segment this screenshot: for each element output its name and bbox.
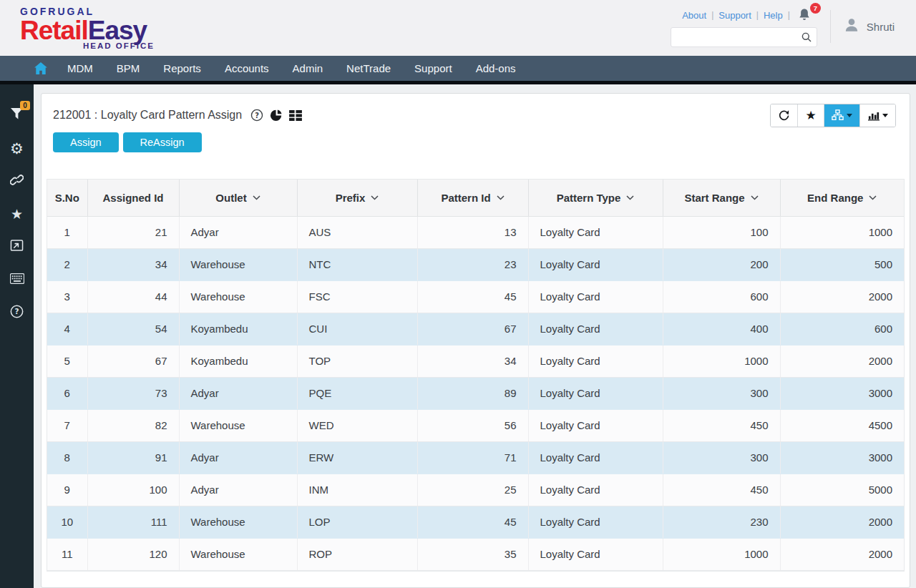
caret-down-icon bbox=[882, 114, 888, 117]
table-row[interactable]: 121AdyarAUS13Loyalty Card1001000 bbox=[47, 216, 904, 248]
sidebar-item-settings[interactable]: ⚙ bbox=[0, 132, 34, 165]
header-divider bbox=[830, 10, 831, 43]
pattern-table: S.NoAssigned IdOutletPrefixPattern IdPat… bbox=[47, 180, 904, 571]
column-header-start-range[interactable]: Start Range bbox=[663, 180, 780, 216]
refresh-button[interactable] bbox=[771, 104, 797, 127]
table-body: 121AdyarAUS13Loyalty Card1001000234Wareh… bbox=[47, 216, 904, 570]
table-row[interactable]: 11120WarehouseROP35Loyalty Card10002000 bbox=[47, 538, 904, 570]
nav-item-support[interactable]: Support bbox=[414, 62, 452, 74]
cell-start-range: 200 bbox=[663, 248, 780, 280]
cell-end-range: 3000 bbox=[780, 441, 904, 474]
header-link-support[interactable]: Support bbox=[718, 10, 751, 21]
column-header-outlet[interactable]: Outlet bbox=[179, 180, 297, 216]
cell-start-range: 300 bbox=[663, 441, 780, 474]
column-label: S.No bbox=[55, 192, 79, 204]
sidebar-item-filter[interactable]: 0 bbox=[0, 99, 34, 132]
column-label: Assigned Id bbox=[102, 192, 163, 204]
sidebar-item-favorites[interactable]: ★ bbox=[0, 197, 34, 230]
notifications-bell[interactable]: 7 bbox=[798, 8, 815, 22]
sidebar-item-window-export[interactable] bbox=[0, 230, 34, 263]
cell-end-range: 5000 bbox=[780, 474, 904, 506]
table-row[interactable]: 10111WarehouseLOP45Loyalty Card2302000 bbox=[47, 506, 904, 538]
page-title: 212001 : Loyalty Card Pattern Assign bbox=[53, 109, 242, 122]
nav-item-bpm[interactable]: BPM bbox=[117, 62, 140, 74]
column-header-assigned-id: Assigned Id bbox=[87, 180, 179, 216]
cell-outlet: Warehouse bbox=[179, 538, 297, 570]
cell-pattern-id: 67 bbox=[417, 313, 528, 345]
cell-start-range: 1000 bbox=[663, 345, 780, 377]
cell-s-no: 1 bbox=[47, 216, 87, 248]
cell-outlet: Warehouse bbox=[179, 506, 297, 538]
column-header-pattern-type[interactable]: Pattern Type bbox=[528, 180, 663, 216]
nav-item-add-ons[interactable]: Add-ons bbox=[476, 62, 516, 74]
nav-item-admin[interactable]: Admin bbox=[293, 62, 323, 74]
cell-pattern-type: Loyalty Card bbox=[528, 409, 663, 441]
table-row[interactable]: 782WarehouseWED56Loyalty Card4504500 bbox=[47, 409, 904, 441]
cell-prefix: ERW bbox=[297, 441, 417, 474]
table-row[interactable]: 234WarehouseNTC23Loyalty Card200500 bbox=[47, 248, 904, 280]
table-row[interactable]: 454KoyambeduCUI67Loyalty Card400600 bbox=[47, 313, 904, 345]
pie-chart-icon[interactable] bbox=[270, 109, 283, 122]
cell-prefix: ROP bbox=[297, 538, 417, 570]
search-icon[interactable] bbox=[801, 31, 812, 46]
cell-prefix: INM bbox=[297, 474, 417, 506]
cell-s-no: 7 bbox=[47, 409, 87, 441]
cell-pattern-type: Loyalty Card bbox=[528, 248, 663, 280]
hierarchy-view-button[interactable] bbox=[824, 104, 859, 127]
sidebar-item-link[interactable] bbox=[0, 165, 34, 197]
assign-button[interactable]: Assign bbox=[53, 132, 119, 152]
grid-icon[interactable] bbox=[289, 110, 302, 121]
user-menu[interactable]: Shruti bbox=[842, 9, 916, 37]
sidebar-item-help[interactable]: ? bbox=[0, 296, 34, 329]
table-row[interactable]: 344WarehouseFSC45Loyalty Card6002000 bbox=[47, 280, 904, 313]
cell-start-range: 1000 bbox=[663, 538, 780, 570]
help-icon[interactable]: ? bbox=[250, 109, 263, 122]
view-toolbar: ★ bbox=[770, 104, 896, 127]
cell-end-range: 3000 bbox=[780, 377, 904, 409]
svg-text:?: ? bbox=[255, 112, 259, 119]
cell-end-range: 4500 bbox=[780, 409, 904, 441]
nav-item-nettrade[interactable]: NetTrade bbox=[346, 62, 391, 74]
cell-pattern-type: Loyalty Card bbox=[528, 216, 663, 248]
cell-pattern-id: 45 bbox=[417, 506, 528, 538]
nav-item-accounts[interactable]: Accounts bbox=[225, 62, 269, 74]
cell-outlet: Adyar bbox=[179, 474, 297, 506]
cell-pattern-id: 25 bbox=[417, 474, 528, 506]
table-row[interactable]: 673AdyarPQE89Loyalty Card3003000 bbox=[47, 377, 904, 409]
cell-prefix: FSC bbox=[297, 280, 417, 313]
favorite-button[interactable]: ★ bbox=[797, 104, 824, 127]
search-input[interactable] bbox=[671, 27, 817, 47]
nav-item-reports[interactable]: Reports bbox=[163, 62, 201, 74]
column-header-pattern-id[interactable]: Pattern Id bbox=[417, 180, 528, 216]
bell-icon bbox=[798, 8, 811, 21]
column-header-end-range[interactable]: End Range bbox=[780, 180, 904, 216]
header-search bbox=[671, 27, 817, 47]
link-separator: | bbox=[756, 10, 759, 20]
table-row[interactable]: 567KoyambeduTOP34Loyalty Card10002000 bbox=[47, 345, 904, 377]
chart-view-button[interactable] bbox=[859, 104, 895, 127]
sidebar-item-keyboard[interactable] bbox=[0, 263, 34, 296]
table-row[interactable]: 891AdyarERW71Loyalty Card3003000 bbox=[47, 441, 904, 474]
sort-chevron-icon bbox=[751, 195, 759, 200]
cell-pattern-id: 45 bbox=[417, 280, 528, 313]
nav-item-mdm[interactable]: MDM bbox=[67, 62, 93, 74]
brand-product: RetailEasy bbox=[20, 17, 155, 44]
title-row: 212001 : Loyalty Card Pattern Assign ? bbox=[47, 104, 905, 127]
brand-product-part1: Retail bbox=[20, 16, 88, 45]
table-row[interactable]: 9100AdyarINM25Loyalty Card4505000 bbox=[47, 474, 904, 506]
header-link-about[interactable]: About bbox=[682, 10, 706, 21]
column-label: Outlet bbox=[215, 192, 246, 204]
home-icon[interactable] bbox=[34, 62, 47, 74]
cell-prefix: PQE bbox=[297, 377, 417, 409]
cell-pattern-id: 56 bbox=[417, 409, 528, 441]
column-header-prefix[interactable]: Prefix bbox=[297, 180, 417, 216]
header-link-help[interactable]: Help bbox=[764, 10, 783, 21]
brand-product-part2: Easy bbox=[88, 16, 147, 45]
cell-assigned-id: 34 bbox=[87, 248, 179, 280]
cell-prefix: AUS bbox=[297, 216, 417, 248]
link-separator: | bbox=[711, 10, 713, 20]
cell-pattern-id: 71 bbox=[417, 441, 528, 474]
reassign-button[interactable]: ReAssign bbox=[123, 132, 202, 152]
cell-pattern-type: Loyalty Card bbox=[528, 313, 663, 345]
cell-pattern-id: 34 bbox=[417, 345, 528, 377]
